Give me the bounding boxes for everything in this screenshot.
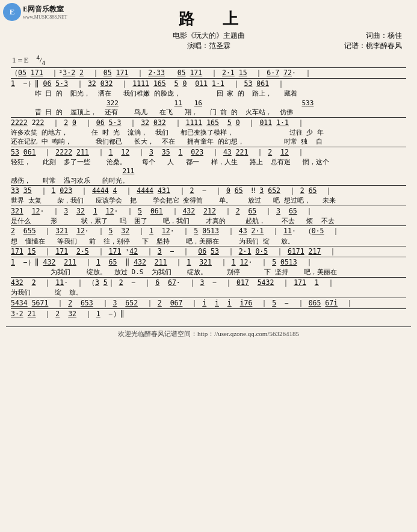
lyrics-line-7: 想 懂懂在 等我们 前 往，别停 下 坚持 吧，美丽在 为我们 绽 放。 [11, 237, 406, 246]
music-line-3: 2222 2̈22 ｜ 2 0 ｜ 06 5·3 ｜ 32 032 ｜ 1111… [11, 117, 406, 128]
logo-icon: E [3, 3, 21, 21]
lyrics-line-6: 是什么 形 状，累了 吗 困了 吧，我们 才真的 起航， 不去 烦 不去 [11, 216, 406, 225]
music-line-4: 53 061 ｜ 2222 211 ｜ 1 12 ｜ 3 35 1 023 ｜ … [11, 147, 406, 157]
footer: 欢迎光临醉春风记谱空间：http：//user.qzone.qq.com/563… [6, 326, 411, 338]
music-line-2: 1 −）‖ 06 5·3 ｜ 32 032 ｜ 1111 165 5 0 011… [11, 78, 406, 89]
key-signature: 1＝E 4/4 [6, 54, 411, 66]
lyrics-line-2b: 322 11 16 533 [11, 99, 406, 108]
logo-area: E E网音乐教室 www.MUSIC888.NET [3, 3, 67, 21]
lyrics-line-2a: 昨 日 的 阳光， 洒在 我们稚嫩 的脸庞， 回 家 的 路上， 藏着 [11, 89, 406, 98]
lyrics-line-2c: 昔 日 的 屋顶上， 还有 鸟儿 在飞 翔， 门 前 的 火车站， 仿佛 [11, 108, 406, 117]
lyrics-line-4c: 感伤， 时常 温习欢乐 的时光。 [11, 176, 406, 185]
music-line-11: 5434 5671 ｜ 2 653 ｜ 3 652 ｜ 2 067 ｜ i i … [11, 298, 406, 308]
music-line-12: 3·2 21 ｜ 2 32 ｜ 1 −）‖ [11, 308, 406, 319]
music-line-9: 1 −）‖ 432 211 ｜ 1 65 ‖ 432 211 ｜ 1 321 ｜… [11, 257, 406, 268]
lyrics-line-5: 世界 太复 杂，我们 应该学会 把 学会把它 变得简 单。 放过 吧 想过吧， … [11, 196, 406, 205]
notation-area: （05 171 ｜²3·2 2 ｜ 05 171 ｜ 2·33 05 171 ｜… [6, 67, 411, 323]
music-line-5: 33 35 ｜ 1 023 ｜ 4444 4 ｜ 4444 431 ｜ 2 − … [11, 185, 406, 196]
singer-label: 演唱：范圣霖 [144, 41, 272, 51]
music-line-1: （05 171 ｜²3·2 2 ｜ 05 171 ｜ 2·33 05 171 ｜… [11, 67, 406, 78]
movie-subtitle: 电影《玩大的》主题曲 [144, 31, 272, 41]
lyrics-line-3a: 许多欢笑 的地方， 任 时 光 流淌， 我们 都已变换了模样， 过往 少 年 [11, 128, 406, 137]
lyrics-line-4a: 轻狂， 此刻 多了一些 沧桑。 每个 人 都一 样，人生 路上 总有迷 惘，这个 [11, 157, 406, 167]
lyrics-line-4b: 211 [11, 167, 406, 176]
music-line-6: 321 12· ｜ 3 32 1 12· ｜ 5 061 ｜ 432 212 ｜… [11, 206, 406, 216]
music-line-7: 2 655 ｜ 321 12· ｜ 5 32 ｜ 1 12· ｜ 5 0513 … [11, 225, 406, 236]
music-line-8: 171 15 ｜ 171 2·5 ｜ 171 ¹42 ｜ 3 − ｜ 06 53… [11, 246, 406, 257]
logo-text: E网音乐教室 [23, 4, 67, 14]
lyrics-line-3b: 还在记忆 中 鸣响， 我们都已 长大， 不在 拥有童年 的幻想， 时常 独 自 [11, 137, 406, 146]
logo-subtext: www.MUSIC888.NET [23, 14, 67, 20]
footer-text: 欢迎光临醉春风记谱空间：http：//user.qzone.qq.com/563… [118, 330, 299, 337]
lyricist-label: 词曲：杨佳 [274, 31, 402, 41]
lyrics-line-10: 为我们 绽 放。 [11, 288, 406, 297]
lyrics-line-9: 为我们 绽放。 放过 D.S 为我们 绽放。 别停 下 坚持 吧，美丽在 [11, 268, 406, 277]
recorder-label: 记谱：桃李醉春风 [274, 41, 402, 51]
music-line-10: 432 2 ｜ 11· ｜ （3 5｜ 2 − ｜ 6 67· ｜ 3 − ｜ … [11, 277, 406, 288]
